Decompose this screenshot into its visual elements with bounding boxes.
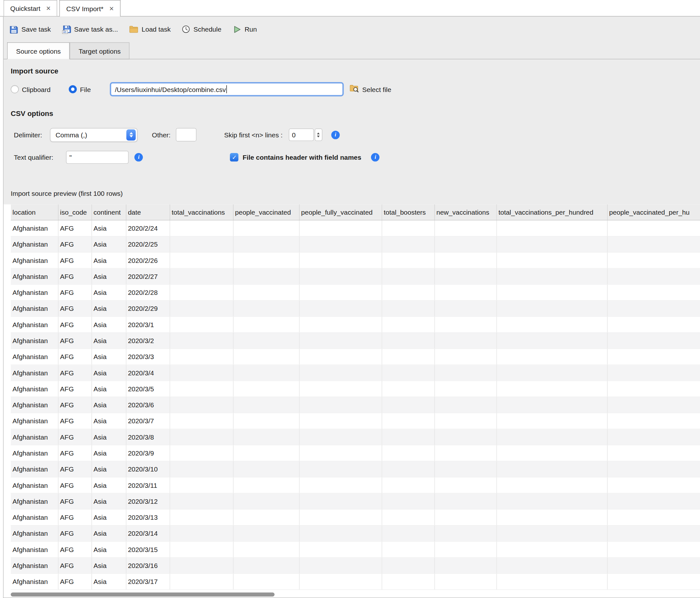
table-cell [382,525,434,541]
column-header-continent[interactable]: continent [92,204,126,220]
table-row[interactable]: AfghanistanAFGAsia2020/3/4 [11,364,700,381]
table-cell [496,445,607,461]
clipboard-radio[interactable] [11,85,19,93]
table-cell [299,236,382,252]
column-header-total_vaccinations[interactable]: total_vaccinations [170,204,233,220]
table-cell [382,413,434,429]
stepper-up-icon[interactable] [317,132,320,134]
scrollbar-thumb[interactable] [11,592,275,596]
column-header-total_vaccinations_per_hundred[interactable]: total_vaccinations_per_hundred [496,204,607,220]
column-header-people_vaccinated_per_hu[interactable]: people_vaccinated_per_hu [607,204,700,220]
table-cell [299,445,382,461]
table-row[interactable]: AfghanistanAFGAsia2020/3/13 [11,509,700,525]
select-file-label: Select file [362,85,391,93]
table-row[interactable]: AfghanistanAFGAsia2020/2/27 [11,268,700,284]
tab-source-options[interactable]: Source options [7,43,70,59]
table-cell [434,525,496,541]
column-header-location[interactable]: location [11,204,58,220]
header-checkbox[interactable]: ✓ [230,153,239,162]
column-header-iso_code[interactable]: iso_code [58,204,92,220]
clipboard-radio-group[interactable]: Clipboard [11,85,51,93]
table-row[interactable]: AfghanistanAFGAsia2020/2/25 [11,236,700,252]
tab-target-options-label: Target options [79,47,121,55]
column-header-new_vaccinations[interactable]: new_vaccinations [434,204,496,220]
info-icon[interactable]: i [371,153,380,162]
table-cell [607,477,700,493]
table-row[interactable]: AfghanistanAFGAsia2020/3/7 [11,413,700,429]
column-header-people_vaccinated[interactable]: people_vaccinated [233,204,299,220]
table-cell: AFG [58,557,92,573]
load-task-button[interactable]: Load task [129,26,171,33]
column-header-total_boosters[interactable]: total_boosters [382,204,434,220]
table-cell [170,477,233,493]
table-row[interactable]: AfghanistanAFGAsia2020/3/15 [11,541,700,557]
table-cell [382,541,434,557]
horizontal-scrollbar[interactable] [11,592,700,596]
delimiter-select[interactable]: Comma (,) [50,128,138,141]
select-file-button[interactable]: Select file [350,84,391,94]
table-cell: Afghanistan [11,316,58,332]
table-cell: AFG [58,509,92,525]
save-task-button[interactable]: Save task [9,25,51,34]
table-row[interactable]: AfghanistanAFGAsia2020/2/26 [11,252,700,268]
table-row[interactable]: AfghanistanAFGAsia2020/2/29 [11,300,700,316]
close-icon[interactable]: × [109,5,114,12]
table-row[interactable]: AfghanistanAFGAsia2020/3/1 [11,316,700,332]
table-cell [382,364,434,381]
skip-lines-input[interactable] [289,128,314,141]
table-cell [607,284,700,300]
table-row[interactable]: AfghanistanAFGAsia2020/3/5 [11,381,700,396]
table-cell [233,557,299,573]
table-row[interactable]: AfghanistanAFGAsia2020/3/2 [11,333,700,348]
other-delimiter-input[interactable] [176,128,196,141]
table-cell: Asia [92,252,126,268]
table-cell [496,300,607,316]
table-row[interactable]: AfghanistanAFGAsia2020/3/9 [11,445,700,461]
table-row[interactable]: AfghanistanAFGAsia2020/2/24 [11,220,700,236]
table-cell [434,220,496,236]
editor-tab-csv-import[interactable]: CSV Import* × [59,0,120,17]
table-row[interactable]: AfghanistanAFGAsia2020/3/11 [11,477,700,493]
header-checkbox-label: File contains header with field names [243,153,361,161]
header-checkbox-group[interactable]: ✓ File contains header with field names [230,153,361,162]
table-cell [434,429,496,445]
column-header-people_fully_vaccinated[interactable]: people_fully_vaccinated [299,204,382,220]
table-row[interactable]: AfghanistanAFGAsia2020/2/28 [11,284,700,300]
info-icon[interactable]: i [331,131,340,139]
table-cell [496,252,607,268]
table-cell [233,413,299,429]
table-row[interactable]: AfghanistanAFGAsia2020/3/17 [11,573,700,589]
info-icon[interactable]: i [134,153,143,162]
run-button[interactable]: Run [233,25,257,34]
table-cell [607,220,700,236]
table-row[interactable]: AfghanistanAFGAsia2020/3/14 [11,525,700,541]
stepper-down-icon[interactable] [317,135,320,137]
column-header-date[interactable]: date [126,204,170,220]
table-cell [299,268,382,284]
close-icon[interactable]: × [46,4,51,12]
table-row[interactable]: AfghanistanAFGAsia2020/3/12 [11,493,700,509]
task-toolbar: Save task ab Save task as... [3,17,700,42]
table-cell: 2020/2/24 [126,220,170,236]
table-row[interactable]: AfghanistanAFGAsia2020/3/8 [11,429,700,445]
table-row[interactable]: AfghanistanAFGAsia2020/3/10 [11,461,700,477]
table-row[interactable]: AfghanistanAFGAsia2020/3/6 [11,397,700,413]
table-row[interactable]: AfghanistanAFGAsia2020/3/16 [11,557,700,573]
table-cell [434,300,496,316]
table-row[interactable]: AfghanistanAFGAsia2020/3/3 [11,348,700,364]
preview-header-row: locationiso_codecontinentdatetotal_vacci… [11,204,700,220]
file-radio-group[interactable]: File [69,85,91,93]
save-task-as-button[interactable]: ab Save task as... [62,25,118,34]
editor-tab-quickstart[interactable]: Quickstart × [3,0,57,16]
schedule-button[interactable]: Schedule [182,25,222,33]
table-cell [170,525,233,541]
skip-lines-stepper[interactable] [315,128,323,141]
text-qualifier-input[interactable] [66,151,129,164]
tab-target-options[interactable]: Target options [70,43,129,59]
table-cell: 2020/3/14 [126,525,170,541]
table-cell: 2020/3/12 [126,493,170,509]
table-cell: Asia [92,236,126,252]
table-cell: 2020/3/9 [126,445,170,461]
file-radio[interactable] [69,85,77,93]
file-path-input[interactable]: /Users/liuxinhui/Desktop/combine.csv [110,82,344,97]
